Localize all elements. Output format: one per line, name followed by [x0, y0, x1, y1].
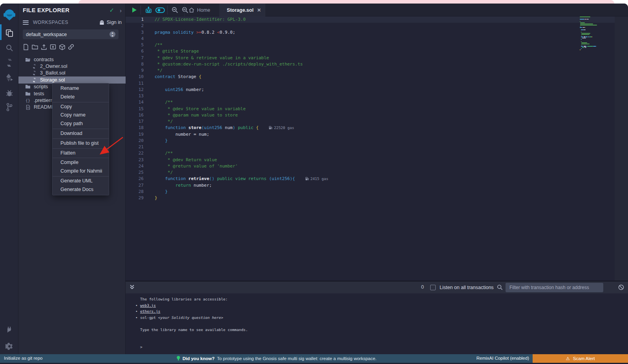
code-line-1: 1// SPDX-License-Identifier: GPL-3.0: [126, 16, 628, 23]
menu-item-copy-path[interactable]: Copy path: [53, 120, 109, 128]
code-line-16: 16 * @param num value to store: [126, 112, 628, 118]
toolbar-separator: [141, 5, 141, 15]
clear-console-icon[interactable]: [618, 284, 624, 292]
init-git-repo-button[interactable]: Initialize as git repo: [4, 356, 42, 360]
panel-collapse-chevron-icon[interactable]: ›: [120, 7, 122, 14]
workspace-selected-value: default_workspace: [26, 32, 110, 37]
tree-item-label: contracts: [34, 57, 54, 62]
menu-item-flatten[interactable]: Flatten: [53, 149, 109, 158]
code-editor[interactable]: 1// SPDX-License-Identifier: GPL-3.023pr…: [126, 16, 628, 280]
menu-item-copy-name[interactable]: Copy name: [53, 111, 109, 120]
home-icon: [189, 7, 194, 13]
line-number: 18: [126, 125, 150, 131]
terminal-lines: The following libraries are accessible:•…: [126, 296, 628, 333]
solidity-compiler-icon[interactable]: [0, 56, 18, 69]
code-line-13: 13: [126, 93, 628, 99]
menu-item-compile[interactable]: Compile: [53, 158, 109, 167]
import-from-url-icon[interactable]: [68, 44, 74, 51]
remix-logo-icon[interactable]: [0, 7, 18, 22]
search-icon[interactable]: [0, 41, 18, 55]
plugin-manager-icon[interactable]: [0, 323, 18, 336]
import-from-ipfs-icon[interactable]: [59, 44, 65, 51]
terminal-search-icon[interactable]: [497, 284, 503, 292]
upload-folder-icon[interactable]: [50, 44, 56, 51]
editor-minimap[interactable]: [580, 16, 603, 51]
deploy-and-run-icon[interactable]: [0, 71, 18, 84]
zoom-out-icon[interactable]: [170, 4, 180, 16]
git-icon[interactable]: [0, 100, 18, 114]
line-number: 9: [126, 67, 150, 74]
line-number: 17: [126, 118, 150, 125]
code-line-2: 2: [126, 23, 628, 29]
tab-storage-sol[interactable]: Storage.sol ✕: [220, 4, 265, 16]
line-number: 11: [126, 80, 150, 87]
tree-item-label: 3_Ballot.sol: [40, 70, 66, 76]
lightbulb-icon: [177, 356, 180, 361]
copilot-status[interactable]: RemixAI Copilot (enabled): [476, 356, 529, 360]
ai-copilot-robot-icon[interactable]: [143, 4, 154, 16]
workspace-selector-icon[interactable]: ▴▾: [110, 31, 115, 37]
remix-ide-window: FILE EXPLORER ✓ › WORKSPACES Sign in def…: [0, 4, 628, 364]
code-line-29: 29}: [126, 195, 628, 201]
line-number: 23: [126, 157, 150, 163]
code-line-15: 15 * @dev Store value in variable: [126, 106, 628, 112]
menu-item-delete[interactable]: Delete: [53, 93, 109, 102]
tree-item-contracts[interactable]: contracts: [18, 56, 126, 63]
code-line-26: 26 function retrieve() public view retur…: [126, 176, 628, 182]
new-file-icon[interactable]: [23, 44, 29, 51]
panel-title: FILE EXPLORER: [23, 7, 109, 13]
terminal-collapse-icon[interactable]: [130, 284, 135, 291]
tree-item-3-ballot-sol[interactable]: 3_Ballot.sol: [18, 70, 126, 76]
folder-icon: [25, 91, 31, 96]
sign-in-button[interactable]: Sign in: [99, 20, 122, 25]
code-line-19: 19 number = num;: [126, 131, 628, 138]
menu-item-generate-docs[interactable]: Generate Docs: [53, 186, 109, 194]
line-number: 24: [126, 163, 150, 169]
menu-item-compile-for-nahmii[interactable]: Compile for Nahmii: [53, 167, 109, 176]
menu-item-rename[interactable]: Rename: [53, 84, 109, 93]
line-number: 16: [126, 112, 150, 118]
terminal-blank-line: [126, 320, 628, 327]
new-folder-icon[interactable]: [32, 44, 38, 51]
copilot-toggle[interactable]: [154, 4, 166, 16]
library-web3-js[interactable]: web3.js: [140, 303, 156, 308]
line-number: 13: [126, 93, 150, 99]
code-line-5: 5/**: [126, 42, 628, 48]
editor-scrollbar[interactable]: [615, 16, 628, 280]
terminal-prompt[interactable]: >: [130, 344, 142, 350]
code-line-25: 25 */: [126, 169, 628, 176]
menu-item-copy[interactable]: Copy: [53, 103, 109, 111]
tree-item-2-owner-sol[interactable]: 2_Owner.sol: [18, 63, 126, 69]
line-number: 14: [126, 99, 150, 106]
terminal-output[interactable]: The following libraries are accessible:•…: [126, 293, 628, 354]
tree-item-storage-sol[interactable]: Storage.sol: [18, 76, 126, 83]
tab-home[interactable]: Home: [184, 4, 220, 16]
close-tab-icon[interactable]: ✕: [257, 7, 261, 13]
github-icon: [99, 20, 105, 25]
menu-item-download[interactable]: Download: [53, 129, 109, 138]
debugger-icon[interactable]: [0, 86, 18, 100]
upload-files-icon[interactable]: [41, 44, 47, 51]
settings-gear-icon[interactable]: [0, 339, 18, 353]
file-explorer-icon[interactable]: [0, 26, 18, 40]
explorer-check-icon[interactable]: ✓: [109, 7, 114, 14]
panel-header: FILE EXPLORER ✓ ›: [23, 6, 122, 15]
workspaces-menu-icon[interactable]: [23, 19, 29, 25]
menu-separator: [53, 176, 109, 177]
menu-item-publish-file-to-gist[interactable]: Publish file to gist: [53, 139, 109, 148]
status-bar: Initialize as git repo Did you know? To …: [0, 354, 628, 363]
menu-item-generate-uml[interactable]: Generate UML: [53, 177, 109, 186]
run-script-play-button[interactable]: [129, 4, 140, 16]
listen-transactions-checkbox[interactable]: [430, 285, 436, 290]
scam-alert-button[interactable]: ⚠ Scam Alert: [533, 354, 628, 363]
tree-item-label: 2_Owner.sol: [40, 64, 67, 69]
workspace-select[interactable]: default_workspace ▴▾: [23, 29, 119, 39]
solidity-icon: [224, 7, 224, 13]
line-number: 22: [126, 150, 150, 157]
tip-title: Did you know?: [183, 356, 215, 361]
menu-separator: [53, 102, 109, 102]
line-number: 21: [126, 144, 150, 150]
line-number: 29: [126, 195, 150, 201]
transaction-filter-input[interactable]: [506, 283, 603, 292]
library-ethers-js[interactable]: ethers.js: [140, 309, 160, 313]
